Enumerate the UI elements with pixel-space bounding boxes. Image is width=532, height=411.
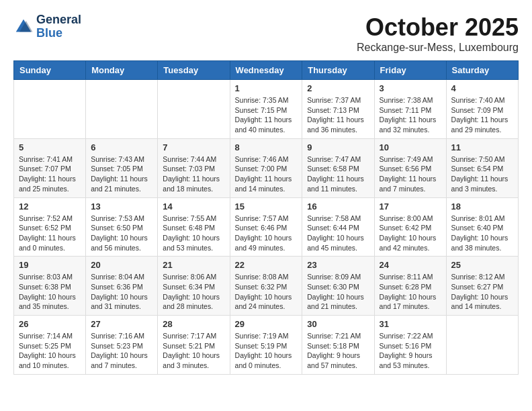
weekday-header-thursday: Thursday — [302, 61, 374, 80]
location-title: Reckange-sur-Mess, Luxembourg — [357, 42, 519, 54]
calendar-cell — [14, 80, 86, 139]
day-number: 2 — [307, 83, 369, 93]
title-section: October 2025 Reckange-sur-Mess, Luxembou… — [357, 13, 519, 54]
calendar-week-row: 19Sunrise: 8:03 AMSunset: 6:38 PMDayligh… — [14, 257, 519, 316]
day-number: 6 — [91, 142, 152, 152]
calendar-cell — [446, 316, 518, 375]
calendar-cell: 20Sunrise: 8:04 AMSunset: 6:36 PMDayligh… — [86, 257, 158, 316]
day-info: Sunrise: 7:58 AMSunset: 6:44 PMDaylight:… — [307, 214, 369, 253]
day-info: Sunrise: 7:16 AMSunset: 5:23 PMDaylight:… — [91, 331, 152, 371]
weekday-header-saturday: Saturday — [446, 61, 518, 80]
calendar-cell: 14Sunrise: 7:55 AMSunset: 6:48 PMDayligh… — [158, 197, 230, 257]
day-number: 25 — [451, 260, 513, 270]
day-number: 22 — [235, 260, 298, 270]
calendar-week-row: 5Sunrise: 7:41 AMSunset: 7:07 PMDaylight… — [14, 138, 519, 197]
day-info: Sunrise: 8:11 AMSunset: 6:28 PMDaylight:… — [380, 272, 441, 312]
day-info: Sunrise: 7:40 AMSunset: 7:09 PMDaylight:… — [451, 95, 513, 135]
day-number: 27 — [91, 319, 152, 329]
day-info: Sunrise: 7:43 AMSunset: 7:05 PMDaylight:… — [91, 154, 152, 194]
calendar-cell — [86, 80, 158, 139]
calendar-cell: 5Sunrise: 7:41 AMSunset: 7:07 PMDaylight… — [14, 138, 86, 197]
day-number: 13 — [91, 201, 152, 212]
calendar-cell: 29Sunrise: 7:19 AMSunset: 5:19 PMDayligh… — [230, 316, 302, 375]
day-number: 29 — [235, 319, 298, 329]
day-info: Sunrise: 7:21 AMSunset: 5:18 PMDaylight:… — [307, 331, 369, 371]
day-info: Sunrise: 7:41 AMSunset: 7:07 PMDaylight:… — [19, 154, 81, 194]
day-info: Sunrise: 7:55 AMSunset: 6:48 PMDaylight:… — [163, 214, 224, 253]
weekday-header-sunday: Sunday — [14, 61, 86, 80]
day-number: 14 — [163, 201, 224, 212]
day-info: Sunrise: 7:22 AMSunset: 5:16 PMDaylight:… — [380, 331, 441, 371]
weekday-header-wednesday: Wednesday — [230, 61, 302, 80]
calendar-cell: 15Sunrise: 7:57 AMSunset: 6:46 PMDayligh… — [230, 197, 302, 257]
day-number: 12 — [19, 201, 81, 212]
day-info: Sunrise: 7:17 AMSunset: 5:21 PMDaylight:… — [163, 331, 224, 371]
calendar-week-row: 26Sunrise: 7:14 AMSunset: 5:25 PMDayligh… — [14, 316, 519, 375]
day-info: Sunrise: 7:38 AMSunset: 7:11 PMDaylight:… — [380, 95, 441, 135]
day-info: Sunrise: 8:08 AMSunset: 6:32 PMDaylight:… — [235, 272, 298, 312]
day-info: Sunrise: 7:57 AMSunset: 6:46 PMDaylight:… — [235, 214, 298, 253]
day-number: 4 — [451, 83, 513, 93]
day-info: Sunrise: 7:14 AMSunset: 5:25 PMDaylight:… — [19, 331, 81, 371]
calendar-cell: 18Sunrise: 8:01 AMSunset: 6:40 PMDayligh… — [446, 197, 518, 257]
day-number: 17 — [380, 201, 441, 212]
calendar-cell: 23Sunrise: 8:09 AMSunset: 6:30 PMDayligh… — [302, 257, 374, 316]
logo: General Blue — [13, 13, 81, 40]
calendar-cell: 13Sunrise: 7:53 AMSunset: 6:50 PMDayligh… — [86, 197, 158, 257]
calendar-week-row: 12Sunrise: 7:52 AMSunset: 6:52 PMDayligh… — [14, 197, 519, 257]
day-info: Sunrise: 7:37 AMSunset: 7:13 PMDaylight:… — [307, 95, 369, 135]
day-number: 18 — [451, 201, 513, 212]
day-number: 28 — [163, 319, 224, 329]
calendar-cell: 27Sunrise: 7:16 AMSunset: 5:23 PMDayligh… — [86, 316, 158, 375]
calendar-cell: 19Sunrise: 8:03 AMSunset: 6:38 PMDayligh… — [14, 257, 86, 316]
calendar-cell: 26Sunrise: 7:14 AMSunset: 5:25 PMDayligh… — [14, 316, 86, 375]
day-number: 30 — [307, 319, 369, 329]
weekday-header-monday: Monday — [86, 61, 158, 80]
day-number: 21 — [163, 260, 224, 270]
day-info: Sunrise: 8:04 AMSunset: 6:36 PMDaylight:… — [91, 272, 152, 312]
logo-line1: General — [36, 13, 81, 27]
day-info: Sunrise: 7:50 AMSunset: 6:54 PMDaylight:… — [451, 154, 513, 194]
day-number: 31 — [380, 319, 441, 329]
day-info: Sunrise: 8:03 AMSunset: 6:38 PMDaylight:… — [19, 272, 81, 312]
logo-text: General Blue — [36, 13, 81, 40]
day-number: 8 — [235, 142, 298, 152]
calendar-cell: 7Sunrise: 7:44 AMSunset: 7:03 PMDaylight… — [158, 138, 230, 197]
page-header: General Blue October 2025 Reckange-sur-M… — [13, 13, 519, 54]
calendar-table: SundayMondayTuesdayWednesdayThursdayFrid… — [13, 60, 519, 375]
weekday-header-tuesday: Tuesday — [158, 61, 230, 80]
day-info: Sunrise: 8:09 AMSunset: 6:30 PMDaylight:… — [307, 272, 369, 312]
day-info: Sunrise: 8:06 AMSunset: 6:34 PMDaylight:… — [163, 272, 224, 312]
day-info: Sunrise: 8:00 AMSunset: 6:42 PMDaylight:… — [380, 214, 441, 253]
day-info: Sunrise: 8:01 AMSunset: 6:40 PMDaylight:… — [451, 214, 513, 253]
day-info: Sunrise: 7:46 AMSunset: 7:00 PMDaylight:… — [235, 154, 298, 194]
day-info: Sunrise: 7:44 AMSunset: 7:03 PMDaylight:… — [163, 154, 224, 194]
day-number: 10 — [380, 142, 441, 152]
calendar-cell: 17Sunrise: 8:00 AMSunset: 6:42 PMDayligh… — [374, 197, 446, 257]
day-number: 16 — [307, 201, 369, 212]
logo-line2: Blue — [36, 27, 81, 40]
day-number: 9 — [307, 142, 369, 152]
day-info: Sunrise: 8:12 AMSunset: 6:27 PMDaylight:… — [451, 272, 513, 312]
calendar-cell: 6Sunrise: 7:43 AMSunset: 7:05 PMDaylight… — [86, 138, 158, 197]
calendar-week-row: 1Sunrise: 7:35 AMSunset: 7:15 PMDaylight… — [14, 80, 519, 139]
calendar-cell: 4Sunrise: 7:40 AMSunset: 7:09 PMDaylight… — [446, 80, 518, 139]
calendar-cell: 8Sunrise: 7:46 AMSunset: 7:00 PMDaylight… — [230, 138, 302, 197]
day-number: 20 — [91, 260, 152, 270]
day-number: 5 — [19, 142, 81, 152]
day-number: 15 — [235, 201, 298, 212]
day-info: Sunrise: 7:52 AMSunset: 6:52 PMDaylight:… — [19, 214, 81, 253]
calendar-cell: 28Sunrise: 7:17 AMSunset: 5:21 PMDayligh… — [158, 316, 230, 375]
calendar-cell: 25Sunrise: 8:12 AMSunset: 6:27 PMDayligh… — [446, 257, 518, 316]
day-number: 26 — [19, 319, 81, 329]
day-info: Sunrise: 7:49 AMSunset: 6:56 PMDaylight:… — [380, 154, 441, 194]
day-info: Sunrise: 7:19 AMSunset: 5:19 PMDaylight:… — [235, 331, 298, 371]
calendar-cell: 1Sunrise: 7:35 AMSunset: 7:15 PMDaylight… — [230, 80, 302, 139]
calendar-cell: 31Sunrise: 7:22 AMSunset: 5:16 PMDayligh… — [374, 316, 446, 375]
calendar-cell: 16Sunrise: 7:58 AMSunset: 6:44 PMDayligh… — [302, 197, 374, 257]
calendar-cell: 2Sunrise: 7:37 AMSunset: 7:13 PMDaylight… — [302, 80, 374, 139]
day-info: Sunrise: 7:47 AMSunset: 6:58 PMDaylight:… — [307, 154, 369, 194]
day-number: 19 — [19, 260, 81, 270]
calendar-cell: 30Sunrise: 7:21 AMSunset: 5:18 PMDayligh… — [302, 316, 374, 375]
weekday-header-friday: Friday — [374, 61, 446, 80]
